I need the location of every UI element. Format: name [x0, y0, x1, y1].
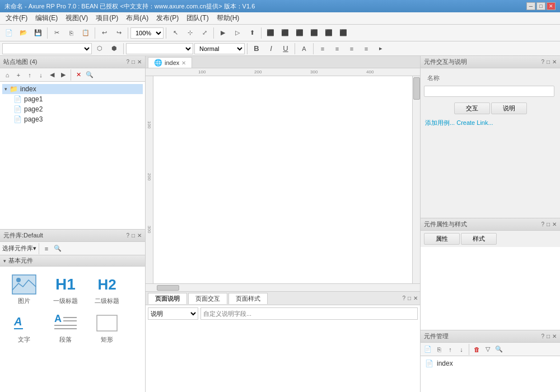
tree-item-index[interactable]: ▾ 📁 index — [2, 84, 143, 94]
interaction-close-icon[interactable]: ✕ — [552, 59, 557, 65]
sitemap-home-btn[interactable]: ⌂ — [2, 70, 12, 80]
style-icon2[interactable]: ⬢ — [108, 43, 121, 55]
widget-help-icon[interactable]: ? — [126, 232, 129, 239]
wmgr-delete-btn[interactable]: 🗑 — [472, 344, 482, 354]
underline-button[interactable]: U — [279, 43, 292, 55]
desc-custom-field-input[interactable] — [200, 307, 418, 320]
sitemap-move-right-btn[interactable]: ▶ — [58, 70, 68, 80]
canvas-tab-close[interactable]: ✕ — [181, 60, 186, 66]
preview2-button[interactable]: ▷ — [231, 27, 244, 39]
pointer-tool[interactable]: ↖ — [169, 27, 182, 39]
new-button[interactable]: 📄 — [2, 27, 16, 39]
align-center[interactable]: ⬛ — [278, 27, 292, 39]
minimize-button[interactable]: ─ — [526, 2, 535, 10]
copy-button[interactable]: ⎘ — [64, 27, 78, 39]
widget-paragraph[interactable]: A 段落 — [46, 310, 85, 346]
bold-button[interactable]: B — [250, 43, 263, 55]
align-right[interactable]: ⬛ — [293, 27, 306, 39]
widget-text[interactable]: A 文字 — [4, 310, 44, 346]
align-middle[interactable]: ⬛ — [322, 27, 335, 39]
desc-type-select[interactable]: 说明 — [148, 307, 198, 320]
style-btn[interactable]: 样式 — [461, 233, 497, 245]
sitemap-add-btn[interactable]: + — [13, 70, 24, 80]
widget-style-select[interactable] — [2, 43, 92, 54]
tab-page-interaction[interactable]: 页面交互 — [188, 293, 227, 304]
sitemap-move-left-btn[interactable]: ◀ — [47, 70, 57, 80]
align-bottom[interactable]: ⬛ — [337, 27, 350, 39]
align-left-text[interactable]: ≡ — [316, 43, 329, 55]
menu-project[interactable]: 项目(P) — [92, 12, 122, 24]
tab-page-style[interactable]: 页面样式 — [228, 293, 268, 304]
close-button[interactable]: ✕ — [547, 2, 556, 10]
wmgr-search-btn[interactable]: 🔍 — [494, 344, 504, 354]
widget-mgr-help-icon[interactable]: ? — [541, 333, 544, 339]
save-button[interactable]: 💾 — [31, 27, 45, 39]
wmgr-filter-btn[interactable]: ▽ — [483, 344, 493, 354]
canvas-tab-index[interactable]: 🌐 index ✕ — [148, 57, 192, 68]
redo-button[interactable]: ↪ — [112, 27, 125, 39]
interaction-help-icon[interactable]: ? — [541, 59, 544, 65]
widget-library-selector[interactable]: 选择元件库▾ — [2, 244, 36, 253]
maximize-button[interactable]: □ — [536, 2, 545, 10]
tab-page-desc[interactable]: 页面说明 — [148, 293, 187, 304]
bottom-help-icon[interactable]: ? — [402, 295, 405, 301]
widget-h2[interactable]: H2 二级标题 — [87, 271, 127, 307]
tree-item-page3[interactable]: 📄 page3 — [11, 114, 143, 124]
widget-image[interactable]: 图片 — [4, 271, 44, 307]
property-pin-icon[interactable]: □ — [547, 221, 550, 227]
property-help-icon[interactable]: ? — [541, 221, 544, 227]
wmgr-copy-btn[interactable]: ⎘ — [434, 344, 444, 354]
canvas-scrollbar-bottom[interactable] — [146, 283, 420, 291]
property-btn[interactable]: 属性 — [424, 233, 460, 245]
open-button[interactable]: 📂 — [17, 27, 30, 39]
sitemap-pin-icon[interactable]: □ — [132, 59, 135, 65]
interaction-hint[interactable]: 添加用例... Create Link... — [421, 116, 560, 129]
undo-button[interactable]: ↩ — [97, 27, 111, 39]
widget-mgr-close-icon[interactable]: ✕ — [552, 333, 557, 339]
font-select[interactable] — [126, 43, 193, 54]
widget-close-icon[interactable]: ✕ — [137, 232, 142, 239]
bottom-pin-icon[interactable]: □ — [408, 295, 411, 301]
menu-team[interactable]: 团队(T) — [183, 12, 212, 24]
property-close-icon[interactable]: ✕ — [552, 221, 557, 227]
cut-button[interactable]: ✂ — [50, 27, 63, 39]
menu-view[interactable]: 视图(V) — [62, 12, 91, 24]
menu-file[interactable]: 文件(F) — [2, 12, 31, 24]
interaction-pin-icon[interactable]: □ — [547, 59, 550, 65]
select-tool[interactable]: ⊹ — [183, 27, 197, 39]
menu-help[interactable]: 帮助(H) — [213, 12, 243, 24]
scrollbar-thumb-right[interactable] — [413, 77, 420, 100]
wmgr-item-index[interactable]: 📄 index — [423, 358, 558, 368]
bottom-close-icon[interactable]: ✕ — [413, 295, 418, 301]
sitemap-move-down-btn[interactable]: ↓ — [36, 70, 46, 80]
widget-pin-icon[interactable]: □ — [132, 232, 135, 239]
sitemap-close-icon[interactable]: ✕ — [137, 59, 142, 65]
canvas-main[interactable] — [153, 76, 412, 283]
sitemap-delete-btn[interactable]: ✕ — [73, 70, 83, 80]
sitemap-help-icon[interactable]: ? — [126, 59, 129, 65]
align-center-text[interactable]: ≡ — [330, 43, 344, 55]
canvas-scrollbar-right[interactable] — [412, 76, 420, 283]
widget-mgr-pin-icon[interactable]: □ — [547, 333, 550, 339]
sitemap-move-up-btn[interactable]: ↑ — [25, 70, 35, 80]
menu-layout[interactable]: 布局(A) — [123, 12, 152, 24]
menu-edit[interactable]: 编辑(E) — [32, 12, 61, 24]
menu-publish[interactable]: 发布(P) — [153, 12, 182, 24]
wmgr-up-btn[interactable]: ↑ — [445, 344, 455, 354]
widget-rect[interactable]: 矩形 — [87, 310, 127, 346]
wmgr-down-btn[interactable]: ↓ — [456, 344, 466, 354]
widget-h1[interactable]: H1 一级标题 — [46, 271, 85, 307]
paste-button[interactable]: 📋 — [79, 27, 92, 39]
scrollbar-thumb-bottom[interactable] — [157, 285, 179, 291]
widget-menu-btn[interactable]: ≡ — [41, 244, 52, 254]
align-top[interactable]: ⬛ — [307, 27, 321, 39]
tree-item-page2[interactable]: 📄 page2 — [11, 104, 143, 114]
more-options[interactable]: ▸ — [374, 43, 388, 55]
preview-button[interactable]: ▶ — [216, 27, 230, 39]
text-style-select[interactable]: Normal — [194, 43, 245, 54]
interaction-btn[interactable]: 交互 — [454, 102, 490, 114]
zoom-select[interactable]: 100% — [130, 27, 164, 39]
align-justify-text[interactable]: ≡ — [360, 43, 373, 55]
font-color-button[interactable]: A — [297, 43, 311, 55]
connect-tool[interactable]: ⤢ — [198, 27, 211, 39]
